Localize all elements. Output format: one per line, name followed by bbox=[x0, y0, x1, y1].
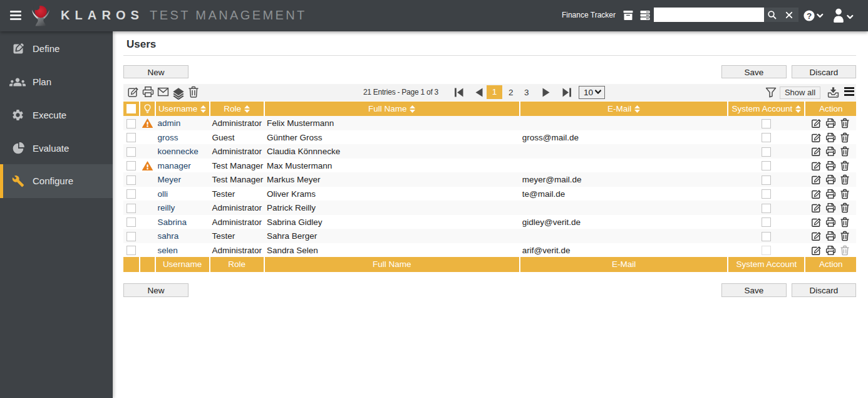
svg-text:?: ? bbox=[807, 11, 812, 21]
